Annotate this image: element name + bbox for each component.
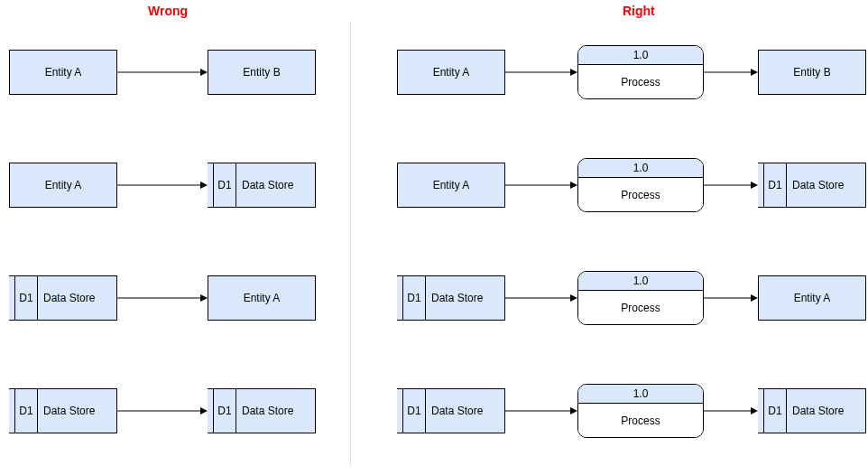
datastore-id: D1 <box>214 163 236 207</box>
entity-label: Entity A <box>244 292 281 304</box>
right-r2-datastore: D1 Data Store <box>758 163 866 208</box>
datastore-id: D1 <box>15 276 38 320</box>
datastore-id: D1 <box>403 389 426 433</box>
right-r3-arrow2 <box>704 294 758 302</box>
wrong-r4-datastore-left: D1 Data Store <box>9 388 117 433</box>
datastore-id: D1 <box>214 389 236 433</box>
entity-label: Entity A <box>45 179 82 191</box>
svg-marker-13 <box>570 182 577 189</box>
right-r2-entity-a: Entity A <box>397 163 505 208</box>
wrong-r1-arrow <box>117 69 208 76</box>
process-name: Process <box>578 65 703 98</box>
right-r4-arrow1 <box>505 407 577 414</box>
datastore-edge <box>758 163 764 207</box>
entity-label: Entity A <box>794 292 831 304</box>
process-id: 1.0 <box>578 46 703 65</box>
wrong-r3-arrow <box>117 294 208 302</box>
process-name: Process <box>578 404 703 437</box>
datastore-name: Data Store <box>787 163 865 207</box>
process-name: Process <box>578 178 703 211</box>
process-name: Process <box>578 291 703 324</box>
wrong-r1-entity-a: Entity A <box>9 50 117 95</box>
svg-marker-15 <box>751 182 758 189</box>
wrong-r2-entity-a: Entity A <box>9 163 117 208</box>
svg-marker-17 <box>570 294 577 302</box>
process-id: 1.0 <box>578 159 703 178</box>
svg-marker-3 <box>200 182 208 189</box>
right-r2-arrow1 <box>505 182 577 189</box>
entity-label: Entity B <box>243 66 280 79</box>
datastore-id: D1 <box>403 276 426 320</box>
right-r4-arrow2 <box>704 407 758 414</box>
svg-marker-11 <box>751 69 758 76</box>
datastore-id: D1 <box>15 389 38 433</box>
right-r1-entity-a: Entity A <box>397 50 505 95</box>
right-r1-process: 1.0 Process <box>577 45 704 99</box>
svg-marker-9 <box>570 69 577 76</box>
entity-label: Entity B <box>793 66 830 79</box>
right-r3-datastore: D1 Data Store <box>397 275 505 321</box>
wrong-r4-datastore-right: D1 Data Store <box>208 388 316 433</box>
right-r4-datastore-right: D1 Data Store <box>758 388 866 433</box>
datastore-edge <box>9 389 15 433</box>
datastore-edge <box>9 276 15 320</box>
svg-marker-23 <box>751 407 758 414</box>
datastore-name: Data Store <box>236 389 315 433</box>
heading-wrong: Wrong <box>148 4 188 18</box>
right-r4-process: 1.0 Process <box>577 384 704 438</box>
datastore-name: Data Store <box>426 276 504 320</box>
right-r4-datastore-left: D1 Data Store <box>397 388 505 433</box>
right-r1-arrow2 <box>704 69 758 76</box>
entity-label: Entity A <box>433 179 470 191</box>
right-r1-entity-b: Entity B <box>758 50 866 95</box>
right-r2-arrow2 <box>704 182 758 189</box>
wrong-r2-arrow <box>117 182 208 189</box>
process-id: 1.0 <box>578 272 703 291</box>
heading-right: Right <box>623 4 655 18</box>
svg-marker-21 <box>570 407 577 414</box>
right-r3-process: 1.0 Process <box>577 271 704 325</box>
wrong-r2-datastore: D1 Data Store <box>208 163 316 208</box>
right-r1-arrow1 <box>505 69 577 76</box>
datastore-id: D1 <box>764 163 787 207</box>
svg-marker-1 <box>200 69 208 76</box>
wrong-r3-datastore: D1 Data Store <box>9 275 117 321</box>
datastore-name: Data Store <box>38 276 116 320</box>
datastore-edge <box>208 389 214 433</box>
datastore-edge <box>397 389 403 433</box>
svg-marker-19 <box>751 294 758 302</box>
column-divider <box>350 23 351 466</box>
datastore-name: Data Store <box>426 389 504 433</box>
datastore-name: Data Store <box>787 389 865 433</box>
datastore-id: D1 <box>764 389 787 433</box>
wrong-r4-arrow <box>117 407 208 414</box>
entity-label: Entity A <box>45 66 82 79</box>
datastore-edge <box>758 389 764 433</box>
svg-marker-7 <box>200 407 208 414</box>
right-r3-entity-a: Entity A <box>758 275 866 321</box>
datastore-name: Data Store <box>38 389 116 433</box>
process-id: 1.0 <box>578 385 703 404</box>
wrong-r3-entity-a: Entity A <box>208 275 316 321</box>
wrong-r1-entity-b: Entity B <box>208 50 316 95</box>
datastore-name: Data Store <box>236 163 315 207</box>
datastore-edge <box>208 163 214 207</box>
entity-label: Entity A <box>433 66 470 79</box>
svg-marker-5 <box>200 294 208 302</box>
datastore-edge <box>397 276 403 320</box>
right-r2-process: 1.0 Process <box>577 158 704 212</box>
right-r3-arrow1 <box>505 294 577 302</box>
